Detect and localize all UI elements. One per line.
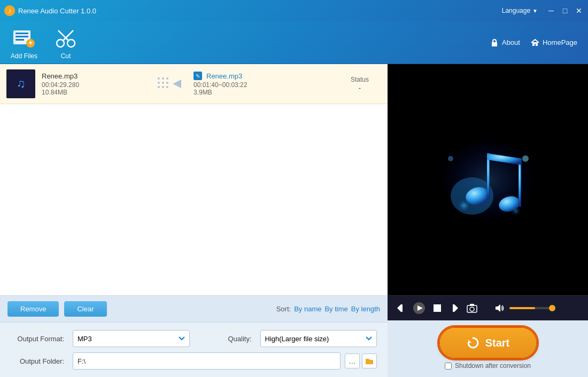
format-select[interactable]: MP3 WAV AAC FLAC OGG WMA <box>73 330 190 347</box>
svg-rect-42 <box>453 304 454 312</box>
svg-rect-29 <box>487 153 490 199</box>
status-column: Status - <box>338 76 381 92</box>
start-section: Start Shutdown after conversion <box>388 320 588 377</box>
cut-button[interactable]: Cut <box>53 26 78 60</box>
toolbar-right: About HomePage <box>490 38 577 47</box>
skip-forward-button[interactable] <box>448 302 460 314</box>
toolbar-left: + Add Files Cut <box>11 26 78 60</box>
output-range: 00:01:40~00:03:22 <box>194 81 332 89</box>
restore-button[interactable]: □ <box>560 6 570 15</box>
source-filename: Renee.mp3 <box>42 72 149 80</box>
remove-button[interactable]: Remove <box>7 301 59 317</box>
volume-thumb[interactable] <box>549 305 555 311</box>
svg-marker-46 <box>496 304 500 312</box>
camera-icon <box>467 303 477 313</box>
svg-rect-4 <box>16 36 28 37</box>
main-layout: ♫ Renee.mp3 00:04:29.280 10.84MB <box>0 64 588 377</box>
bottom-controls: Remove Clear Sort: By name By time By le… <box>0 295 388 322</box>
play-button[interactable] <box>412 301 426 315</box>
app-title: Renee Audio Cutter 1.0.0 <box>18 7 96 15</box>
status-value: - <box>338 84 381 92</box>
folder-control: F:\ … <box>73 352 377 370</box>
about-label: About <box>502 38 520 46</box>
svg-rect-30 <box>519 159 521 207</box>
svg-point-18 <box>158 82 160 84</box>
svg-point-17 <box>166 77 168 80</box>
quality-select[interactable]: High(Larger file size) Medium Low(Smalle… <box>260 330 377 347</box>
home-icon <box>531 38 539 47</box>
svg-point-44 <box>470 307 474 311</box>
svg-rect-3 <box>16 33 28 34</box>
about-button[interactable]: About <box>490 38 520 47</box>
language-selector[interactable]: Language ▼ <box>502 7 538 14</box>
screenshot-button[interactable] <box>466 302 478 314</box>
folder-path: F:\ <box>73 352 341 370</box>
svg-point-19 <box>162 82 164 84</box>
svg-point-21 <box>158 86 160 88</box>
sort-area: Sort: By name By time By length <box>276 305 380 313</box>
svg-point-20 <box>166 82 168 84</box>
svg-text:♪: ♪ <box>8 7 11 14</box>
stop-icon <box>432 303 442 313</box>
svg-text:+: + <box>28 38 33 47</box>
browse-button[interactable]: … <box>345 354 360 368</box>
close-button[interactable]: ✕ <box>574 6 584 15</box>
format-control: MP3 WAV AAC FLAC OGG WMA <box>73 330 190 347</box>
svg-rect-37 <box>401 304 403 312</box>
sort-by-length[interactable]: By length <box>351 305 380 313</box>
cut-label: Cut <box>61 52 71 60</box>
language-dropdown-icon: ▼ <box>532 8 538 14</box>
svg-point-34 <box>522 155 529 162</box>
minimize-button[interactable]: ─ <box>546 6 556 15</box>
toolbar: + Add Files Cut About <box>0 21 588 64</box>
status-label: Status <box>338 76 381 83</box>
format-row: Output Format: MP3 WAV AAC FLAC OGG WMA … <box>11 330 377 347</box>
svg-point-15 <box>158 77 160 80</box>
left-panel: ♫ Renee.mp3 00:04:29.280 10.84MB <box>0 64 388 377</box>
refresh-icon <box>466 336 480 350</box>
add-files-label: Add Files <box>11 52 37 60</box>
output-size: 3.9MB <box>194 89 332 96</box>
source-size: 10.84MB <box>42 89 149 96</box>
sort-by-time[interactable]: By time <box>324 305 347 313</box>
stop-button[interactable] <box>431 302 443 314</box>
add-files-icon: + <box>12 26 36 50</box>
svg-text:♫: ♫ <box>17 77 26 90</box>
svg-point-22 <box>162 86 164 88</box>
play-icon <box>413 302 425 314</box>
quality-control: High(Larger file size) Medium Low(Smalle… <box>260 330 377 347</box>
add-files-button[interactable]: + Add Files <box>11 26 37 60</box>
homepage-button[interactable]: HomePage <box>531 38 577 47</box>
volume-icon <box>494 303 504 313</box>
window-controls: ─ □ ✕ <box>546 6 584 15</box>
svg-rect-12 <box>492 42 497 46</box>
volume-slider[interactable] <box>509 307 552 309</box>
file-info-output: ✎ Renee.mp3 00:01:40~00:03:22 3.9MB <box>194 72 332 96</box>
file-thumbnail: ♫ <box>6 69 35 98</box>
svg-point-32 <box>457 198 471 213</box>
arrow-icon <box>155 76 187 91</box>
svg-marker-41 <box>454 304 458 312</box>
svg-rect-40 <box>434 304 441 312</box>
svg-marker-24 <box>173 80 181 88</box>
start-label: Start <box>485 337 510 349</box>
sort-by-name[interactable]: By name <box>294 305 321 313</box>
open-folder-button[interactable] <box>362 354 377 368</box>
skip-back-icon <box>396 303 406 313</box>
lock-icon <box>490 38 499 47</box>
shutdown-checkbox[interactable] <box>445 363 452 370</box>
preview-area <box>388 64 588 295</box>
shutdown-row: Shutdown after conversion <box>445 362 531 370</box>
cut-icon <box>53 26 78 50</box>
homepage-label: HomePage <box>543 38 577 46</box>
shutdown-label: Shutdown after conversion <box>455 362 531 370</box>
quality-label: Quality: <box>198 335 252 343</box>
file-item[interactable]: ♫ Renee.mp3 00:04:29.280 10.84MB <box>0 64 388 104</box>
clear-button[interactable]: Clear <box>64 301 106 317</box>
player-controls <box>388 295 588 320</box>
skip-back-button[interactable] <box>395 302 407 314</box>
folder-icon <box>365 357 374 365</box>
music-preview-icon <box>435 127 541 233</box>
svg-point-23 <box>166 86 168 88</box>
start-button[interactable]: Start <box>440 328 536 358</box>
